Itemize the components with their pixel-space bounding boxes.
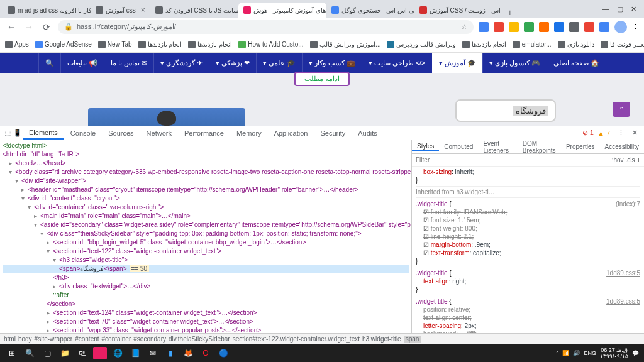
bookmark[interactable]: ویرایش قالب وردپرس [387,41,456,48]
nav-console[interactable]: 🎮کنسول بازی▾ [482,53,547,73]
tab-2[interactable]: افزودن کد CSS یا JS دلخواه به سایت× [150,3,238,18]
mail-icon[interactable]: ✉ [146,347,160,359]
tab-computed[interactable]: Computed [439,143,478,150]
bookmark[interactable]: انجام بازدیدها [462,41,506,48]
tab-performance[interactable]: Performance [178,126,230,140]
nav-ads[interactable]: 📢تبلیغات [60,53,104,73]
tab-security[interactable]: Security [314,126,352,140]
tab-1[interactable]: آموزش css× [91,3,150,18]
search-icon[interactable]: 🔍 [23,347,36,359]
chrome-icon[interactable]: 🔵 [216,347,230,359]
tab-console[interactable]: Console [64,126,102,140]
tray-icon[interactable]: ^ [556,350,558,356]
firefox-icon[interactable]: 🦊 [181,347,195,359]
tab-breakpoints[interactable]: DOM Breakpoints [518,140,561,154]
device-icon[interactable]: 📱 [13,129,23,137]
edge-icon[interactable]: 🌐 [111,347,125,359]
nav-travel[interactable]: ✈گردشگری▾ [153,53,209,73]
ext-icon[interactable] [479,22,489,32]
explorer-icon[interactable]: 📁 [58,347,72,359]
avatar[interactable] [614,21,627,33]
ext-icon[interactable] [494,22,504,32]
reload-button[interactable]: ⟳ [40,22,53,32]
styles-rules[interactable]: box-sizing: inherit; } Inherited from h3… [412,167,644,333]
store-icon[interactable]: 🛍 [75,347,89,359]
devtools-settings-icon[interactable]: ⋮ [614,129,628,137]
wifi-icon[interactable]: 📶 [562,350,569,356]
tab-properties[interactable]: Properties [561,143,600,150]
taskview-icon[interactable]: ▢ [40,347,54,359]
bookmark[interactable]: emulator... [513,41,552,48]
tab-5[interactable]: آموزش CSS / سی اس اس - زومیت× [414,3,502,18]
tab-sources[interactable]: Sources [102,126,140,140]
tab-network[interactable]: Network [140,126,178,140]
ext-icon[interactable] [584,22,594,32]
elements-panel[interactable]: <!doctype html> <html dir="rtl" lang="fa… [0,140,411,333]
maximize-button[interactable]: ▢ [617,5,623,13]
bookmark[interactable]: آموزش ویرایش قالب... [310,41,381,48]
ext-icon[interactable] [539,22,549,32]
continue-button[interactable]: ادامه مطلب [294,72,350,86]
nav-learn[interactable]: 🎓آموزش▾ [432,53,482,73]
bookmark[interactable]: انجام بازدیدها [138,41,182,48]
ext-icon[interactable] [554,22,564,32]
bookmark[interactable]: آموزش تغییر فونت قا... [601,41,644,48]
tab-memory[interactable]: Memory [230,126,268,140]
tab-listeners[interactable]: Event Listeners [478,140,517,154]
opera-icon[interactable]: O [199,347,213,359]
nav-search[interactable]: 🔍 [38,53,60,73]
devtools-close-icon[interactable]: ✕ [628,129,641,137]
tab-styles[interactable]: Styles [412,143,439,151]
nav-medical[interactable]: ❤پزشکی▾ [209,53,256,73]
ext-icon[interactable] [524,22,534,32]
clock[interactable]: 06:27 ق.ظ ۱۳۹۹/۰۹/۱۵ [600,347,628,359]
volume-icon[interactable]: 🔊 [573,350,580,356]
inspect-icon[interactable]: ⬚ [3,129,13,137]
bookmark[interactable]: Apps [5,41,29,48]
new-tab-button[interactable]: + [502,8,518,18]
ext-icon[interactable] [569,22,579,32]
lang-icon[interactable]: ENG [584,350,596,356]
bookmark[interactable]: How to Add Custo... [238,41,303,48]
console-status[interactable]: ⊘ 1 ▲ 7 [579,129,614,137]
nav-design[interactable]: </>طراحی سایت▾ [362,53,432,73]
devtools: ⬚ 📱 Elements Console Sources Network Per… [0,126,644,344]
scroll-top-button[interactable]: ⌃ [613,102,630,117]
ext-icon[interactable] [599,22,609,32]
breadcrumb[interactable]: html body #site-wrapper #content #contai… [0,333,644,344]
lock-icon: 🔒 [64,23,73,31]
notifications-icon[interactable]: 💬 [632,350,639,356]
tab-0[interactable]: m ad js ad css آموزش کار با افزونه× [3,3,91,18]
tab-audits[interactable]: Audits [352,126,384,140]
bookmark[interactable]: انجام بازدیدها [188,41,232,48]
filter-input[interactable] [416,156,612,163]
url-input[interactable]: 🔒 hassi.ir/category/آموزش-کامپیوتر/ ☆ [58,20,474,34]
close-icon[interactable]: × [141,6,145,14]
start-button[interactable]: ⊞ [5,347,19,359]
address-bar: ← → ⟳ 🔒 hassi.ir/category/آموزش-کامپیوتر… [0,18,644,36]
bookmark[interactable]: Google AdSense [35,41,92,48]
vscode-icon[interactable]: ▮ [164,347,177,359]
nav-science[interactable]: 🎓علمی▾ [256,53,302,73]
star-icon[interactable]: ☆ [461,23,467,31]
nav-contact[interactable]: ✉تماس با ما [104,53,153,73]
bookmark[interactable]: دانلود بازی [558,41,595,48]
tab-application[interactable]: Application [268,126,314,140]
tab-elements[interactable]: Elements [23,126,64,140]
app-icon[interactable] [93,347,107,359]
back-button[interactable]: ← [5,22,18,32]
close-button[interactable]: ✕ [631,5,636,13]
minimize-button[interactable]: — [602,5,609,13]
cls-toggle[interactable]: .cls [625,156,635,163]
tab-accessibility[interactable]: Accessibility [600,143,644,150]
nav-business[interactable]: 💼کسب وکار▾ [302,53,361,73]
tab-4[interactable]: آموزش سی اس اس - جستجوی گوگل× [326,3,414,18]
forward-button[interactable]: → [23,22,35,32]
tab-3[interactable]: بایگانی‌های آموزش کامپیوتر - هوش× [238,3,326,18]
menu-icon[interactable]: ⋮ [632,23,639,31]
app-icon[interactable]: 📘 [128,347,142,359]
nav-home[interactable]: 🏠صفحه اصلی [547,53,606,73]
bookmark[interactable]: New Tab [98,41,132,48]
ext-icon[interactable] [509,22,519,32]
hov-toggle[interactable]: :hov [612,156,624,163]
